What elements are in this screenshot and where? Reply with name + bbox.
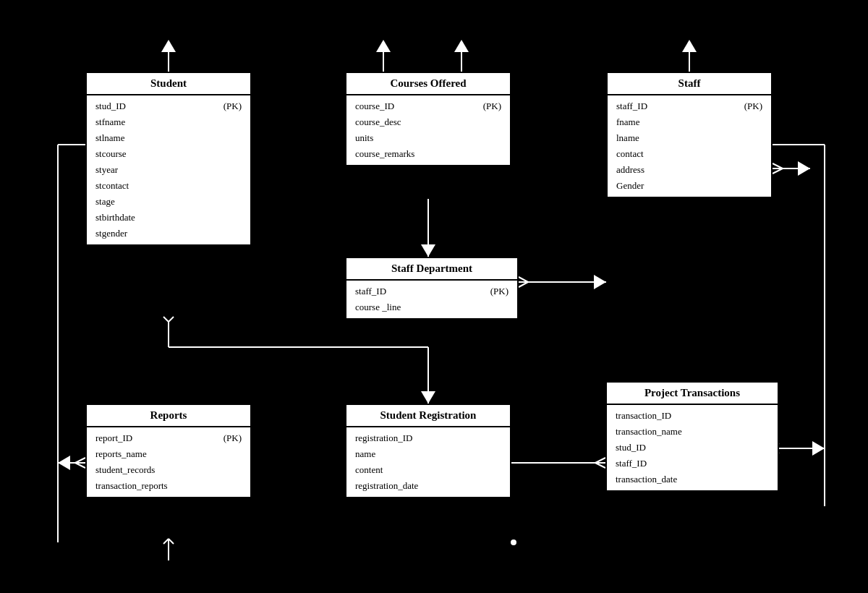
entity-staff-body: staff_ID (PK) fname lname contact addres… (608, 95, 771, 197)
arrow-student-top (161, 40, 176, 52)
field-name: styear (95, 164, 118, 176)
svg-line-20 (163, 539, 169, 544)
arrow-courses-top-left (376, 40, 391, 52)
field-name: course _line (355, 302, 401, 313)
arrow-projtrans-right (812, 441, 825, 456)
svg-line-10 (773, 168, 783, 174)
table-row: content (346, 462, 510, 478)
entity-student-body: stud_ID (PK) stfname stlname stcourse st… (87, 95, 250, 244)
table-row: styear (87, 162, 250, 178)
table-row: fname (608, 114, 771, 130)
field-name: course_desc (355, 116, 401, 128)
table-row: staff_ID (PK) (346, 283, 517, 299)
entity-courses-title: Courses Offered (346, 73, 510, 95)
table-row: reports_name (87, 446, 250, 462)
field-name: course_remarks (355, 148, 414, 160)
table-row: staff_ID (PK) (608, 98, 771, 114)
arrow-staff-top (682, 40, 697, 52)
table-row: stud_ID (607, 440, 778, 456)
table-row: stage (87, 194, 250, 210)
field-name: registration_date (355, 480, 418, 492)
field-pk: (PK) (483, 101, 501, 112)
field-name: units (355, 132, 373, 144)
field-name: transaction_date (616, 474, 677, 485)
table-row: stfname (87, 114, 250, 130)
field-name: name (355, 448, 375, 460)
entity-staffdept-title: Staff Department (346, 258, 517, 281)
dot-studentreg-bottom (511, 539, 516, 545)
entity-staff-department: Staff Department staff_ID (PK) course _l… (345, 257, 519, 320)
svg-line-17 (75, 458, 85, 463)
table-row: course_remarks (346, 146, 510, 162)
table-row: transaction_reports (87, 478, 250, 494)
field-pk: (PK) (224, 432, 242, 444)
field-name: report_ID (95, 432, 132, 444)
entity-student-registration: Student Registration registration_ID nam… (345, 404, 511, 498)
field-name: student_records (95, 464, 155, 476)
er-diagram: Student stud_ID (PK) stfname stlname stc… (0, 0, 868, 593)
field-name: lname (616, 132, 639, 144)
entity-projtrans-body: transaction_ID transaction_name stud_ID … (607, 405, 778, 490)
field-name: registration_ID (355, 432, 412, 444)
entity-staff: Staff staff_ID (PK) fname lname contact … (606, 72, 773, 198)
svg-line-7 (519, 282, 528, 287)
field-pk: (PK) (490, 286, 509, 297)
table-row: transaction_date (607, 472, 778, 487)
arrow-studentreg-top (421, 391, 435, 404)
table-row: registration_date (346, 478, 510, 494)
field-name: reports_name (95, 448, 147, 460)
table-row: contact (608, 146, 771, 162)
field-name: Gender (616, 180, 644, 192)
field-name: transaction_ID (616, 410, 671, 422)
svg-line-13 (169, 317, 174, 322)
field-name: stcourse (95, 148, 127, 160)
table-row: stcontact (87, 178, 250, 194)
entity-courses-offered: Courses Offered course_ID (PK) course_de… (345, 72, 511, 166)
entity-courses-body: course_ID (PK) course_desc units course_… (346, 95, 510, 165)
field-name: staff_ID (616, 458, 647, 469)
table-row: report_ID (PK) (87, 430, 250, 446)
field-name: stfname (95, 116, 125, 128)
entity-projtrans-title: Project Transactions (607, 383, 778, 405)
field-name: stage (95, 196, 115, 208)
field-name: fname (616, 116, 639, 128)
table-row: stlname (87, 130, 250, 146)
table-row: course_ID (PK) (346, 98, 510, 114)
table-row: course _line (346, 299, 517, 315)
svg-line-18 (75, 463, 85, 468)
table-row: units (346, 130, 510, 146)
field-name: stcontact (95, 180, 129, 192)
field-name: stgender (95, 228, 127, 239)
table-row: staff_ID (607, 456, 778, 472)
field-name: staff_ID (355, 286, 386, 297)
arrow-courses-top-right (454, 40, 469, 52)
table-row: Gender (608, 178, 771, 194)
entity-student: Student stud_ID (PK) stfname stlname stc… (85, 72, 252, 246)
field-name: stud_ID (616, 442, 646, 453)
table-row: stud_ID (PK) (87, 98, 250, 114)
svg-line-12 (163, 317, 169, 322)
entity-reports-body: report_ID (PK) reports_name student_reco… (87, 427, 250, 497)
entity-studentreg-body: registration_ID name content registratio… (346, 427, 510, 497)
table-row: address (608, 162, 771, 178)
field-name: staff_ID (616, 101, 647, 112)
svg-line-9 (773, 163, 783, 168)
entity-staffdept-body: staff_ID (PK) course _line (346, 281, 517, 318)
arrow-staff-right (798, 161, 810, 176)
entity-reports-title: Reports (87, 405, 250, 427)
entity-project-transactions: Project Transactions transaction_ID tran… (605, 381, 779, 492)
field-pk: (PK) (744, 101, 762, 112)
svg-line-24 (595, 463, 605, 468)
field-name: stud_ID (95, 101, 126, 112)
table-row: stgender (87, 226, 250, 242)
field-name: course_ID (355, 101, 394, 112)
table-row: transaction_ID (607, 408, 778, 424)
svg-line-6 (519, 277, 528, 282)
svg-line-21 (169, 539, 174, 544)
field-name: address (616, 164, 644, 176)
field-name: transaction_name (616, 426, 682, 438)
field-name: stbirthdate (95, 212, 135, 223)
entity-studentreg-title: Student Registration (346, 405, 510, 427)
table-row: student_records (87, 462, 250, 478)
arrow-staffdept-right (594, 275, 606, 289)
